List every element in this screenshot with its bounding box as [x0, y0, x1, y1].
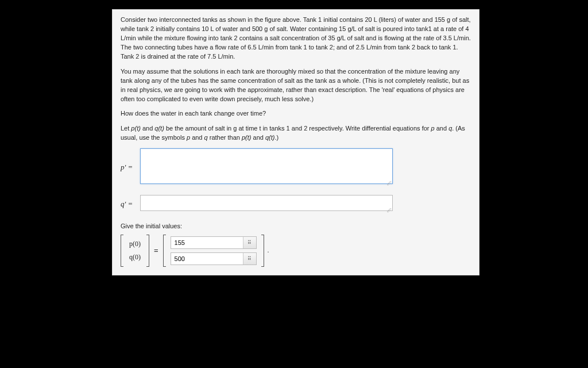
var-q-of-t: q(t): [265, 134, 275, 141]
var-q-of-t: q(t): [154, 125, 164, 132]
text: .): [274, 134, 278, 141]
text: and: [190, 134, 204, 141]
var-p-of-t: p(t): [131, 125, 141, 132]
text: and: [141, 125, 154, 132]
q-prime-label: q′ =: [121, 199, 140, 210]
q-prime-input-wrap: [140, 195, 393, 214]
problem-paragraph-4: Let p(t) and q(t) be the amount of salt …: [121, 124, 471, 143]
p-prime-input[interactable]: [140, 148, 393, 184]
equals-sign: =: [153, 246, 160, 256]
keypad-icon[interactable]: ⠿: [243, 237, 256, 248]
q-prime-input[interactable]: [140, 195, 393, 211]
p0-input[interactable]: [171, 239, 243, 246]
text: rather than: [208, 134, 242, 141]
p0-input-wrap: ⠿: [171, 236, 257, 249]
values-column: ⠿ ⠿: [171, 236, 257, 265]
equation-row-p: p′ =: [121, 148, 471, 187]
left-bracket-icon: [163, 235, 167, 267]
keypad-icon[interactable]: ⠿: [243, 253, 256, 264]
trailing-period: .: [268, 246, 269, 255]
text: and: [252, 134, 265, 141]
p-prime-label: p′ =: [121, 162, 140, 173]
text: and: [435, 125, 448, 132]
text: be the amount of salt in g at time t in …: [164, 125, 431, 132]
equation-row-q: q′ =: [121, 195, 471, 214]
p0-label: p(0): [128, 239, 142, 249]
problem-paragraph-2: You may assume that the solutions in eac…: [121, 67, 471, 104]
q0-input-wrap: ⠿: [171, 252, 257, 265]
problem-card: Consider two interconnected tanks as sho…: [112, 9, 479, 275]
left-bracket-icon: [121, 235, 125, 267]
problem-paragraph-1: Consider two interconnected tanks as sho…: [121, 16, 471, 62]
initial-values-matrix: p(0) q(0) = ⠿ ⠿ .: [121, 235, 471, 267]
labels-column: p(0) q(0): [128, 239, 142, 263]
var-p-of-t: p(t): [242, 134, 252, 141]
text: Let: [121, 125, 131, 132]
right-bracket-icon: [260, 235, 264, 267]
initial-values-label: Give the initial values:: [121, 222, 471, 231]
q0-input[interactable]: [171, 255, 243, 262]
right-bracket-icon: [145, 235, 149, 267]
p-prime-input-wrap: [140, 148, 393, 187]
q0-label: q(0): [128, 252, 142, 262]
problem-paragraph-3: How does the water in each tank change o…: [121, 109, 471, 118]
